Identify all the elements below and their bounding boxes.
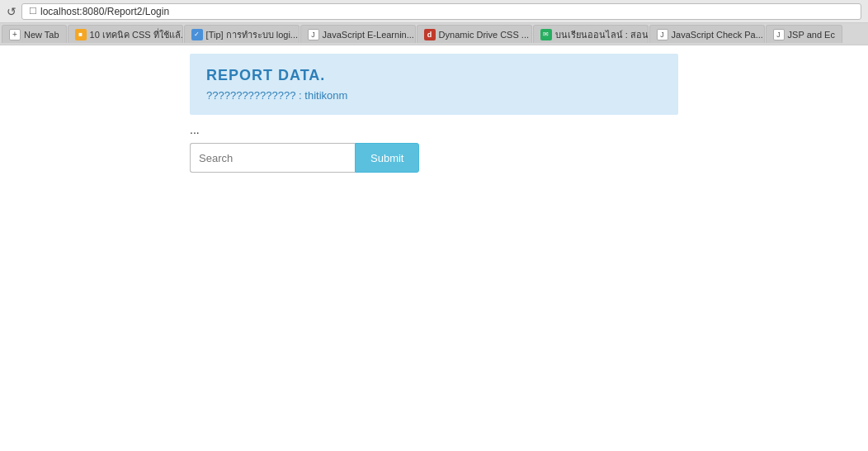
tabs-bar: + New Tab ■ 10 เทคนิค CSS ที่ใช้แล้... ✓… — [0, 23, 868, 45]
dots-label: ... — [190, 123, 678, 136]
submit-button[interactable]: Submit — [355, 143, 419, 173]
tab-label: Dynamic Drive CSS ... — [439, 30, 529, 40]
address-bar[interactable]: ☐ localhost:8080/Report2/Login — [21, 3, 861, 20]
page-icon: J — [308, 29, 319, 40]
tab-label: 10 เทคนิค CSS ที่ใช้แล้... — [90, 27, 183, 42]
blue-check-icon: ✓ — [191, 29, 203, 40]
browser-chrome: ↺ ☐ localhost:8080/Report2/Login + New T… — [0, 0, 868, 45]
search-input[interactable] — [190, 143, 355, 173]
tab-css-tricks[interactable]: ■ 10 เทคนิค CSS ที่ใช้แล้... — [68, 25, 183, 43]
tab-label: บนเรียนออนไลน์ : สอน ... — [555, 27, 649, 42]
tab-label: JavaScript Check Pa... — [672, 30, 763, 40]
tab-jsp[interactable]: J JSP and Ec — [766, 25, 842, 43]
tab-new-tab[interactable]: + New Tab — [2, 25, 67, 43]
title-bar: ↺ ☐ localhost:8080/Report2/Login — [0, 0, 868, 23]
page-subtitle: ??????????????? : thitikonm — [206, 89, 662, 102]
refresh-icon[interactable]: ↺ — [7, 5, 17, 18]
tab-label: [Tip] การทำระบบ logi... — [206, 27, 298, 42]
new-tab-icon: + — [9, 29, 21, 40]
tab-tip-login[interactable]: ✓ [Tip] การทำระบบ logi... — [184, 25, 300, 43]
page-title: REPORT DATA. — [206, 67, 662, 84]
page-icon: J — [773, 29, 785, 40]
search-row: Submit — [190, 143, 678, 173]
url-text: localhost:8080/Report2/Login — [40, 6, 169, 17]
chat-icon: ✉ — [540, 29, 552, 40]
tab-js-check[interactable]: J JavaScript Check Pa... — [649, 25, 765, 43]
tab-dynamic-drive[interactable]: d Dynamic Drive CSS ... — [417, 25, 532, 43]
header-banner: REPORT DATA. ??????????????? : thitikonm — [190, 54, 678, 115]
bookmark-icon: ■ — [75, 29, 87, 40]
tab-js-elearning[interactable]: J JavaScript E-Learnin... — [300, 25, 416, 43]
tab-label: JavaScript E-Learnin... — [323, 30, 414, 40]
tab-thai-learn[interactable]: ✉ บนเรียนออนไลน์ : สอน ... — [533, 25, 649, 43]
page-icon: J — [657, 29, 668, 40]
tab-label: JSP and Ec — [788, 30, 835, 40]
page-icon: ☐ — [29, 6, 37, 17]
page-content: REPORT DATA. ??????????????? : thitikonm… — [0, 54, 868, 173]
red-d-icon: d — [424, 29, 436, 40]
tab-label: New Tab — [24, 30, 59, 40]
